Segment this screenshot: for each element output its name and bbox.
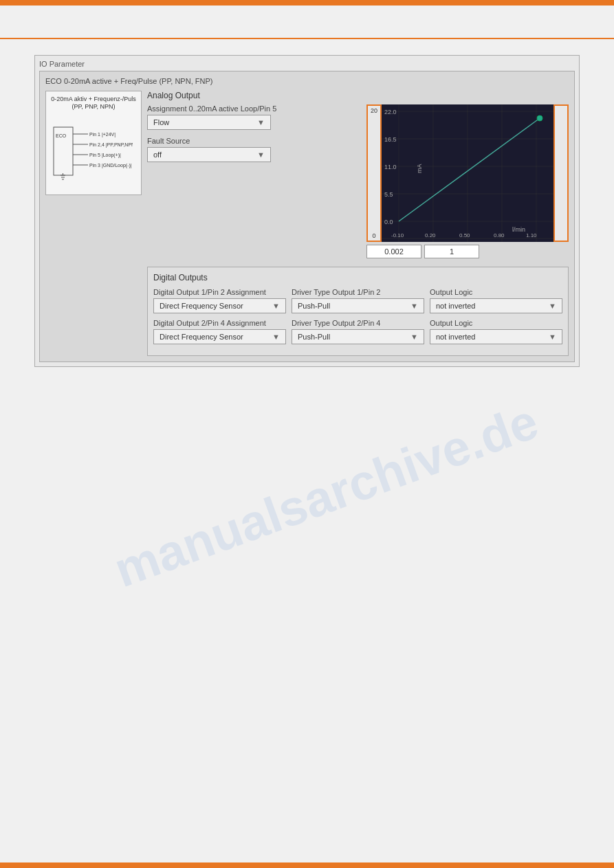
do2-assign-arrow: ▼ [272,333,280,341]
fault-source-field-group: Fault Source off ▼ [147,137,361,162]
eco-box: ECO 0-20mA active + Freq/Pulse (PP, NPN,… [39,71,575,362]
chart-value-1[interactable]: 0.002 [366,245,421,258]
digital-col-1-logic: Output Logic not inverted ▼ [430,288,562,313]
io-parameter-box: IO Parameter ECO 0-20mA active + Freq/Pu… [34,55,580,367]
digital-col-2-assignment: Digital Output 2/Pin 4 Assignment Direct… [153,319,286,344]
assignment-dropdown-arrow: ▼ [257,118,265,126]
chart-main: 22.0 16.5 11.0 5.5 0.0 -0.10 0.20 [382,104,553,242]
svg-text:1.10: 1.10 [526,232,537,238]
do2-driver-arrow: ▼ [410,333,418,341]
eco-content: 0-20mA aktiv + Frequenz-/Puls (PP, PNP, … [45,91,569,356]
y-axis-top-val: 20 [368,107,380,114]
analog-output-content: Assignment 0..20mA active Loop/Pin 5 Flo… [147,104,569,258]
circuit-diagram: ECO Pin 1 |+24V| Pin 2,4 |PP,PNP,NPN| Pi… [50,113,133,189]
digital-row-2: Digital Output 2/Pin 4 Assignment Direct… [153,319,562,344]
svg-point-39 [537,115,542,121]
digital-output2-driver-value: Push-Pull [298,333,330,341]
svg-text:22.0: 22.0 [384,109,397,115]
svg-text:Pin 5   |Loop(+)|: Pin 5 |Loop(+)| [89,153,121,158]
digital-output2-driver-dropdown[interactable]: Push-Pull ▼ [292,329,424,344]
fault-source-dropdown[interactable]: off ▼ [147,147,271,162]
chart-area: 20 0 [366,104,569,258]
digital-output1-assignment-label: Digital Output 1/Pin 2 Assignment [153,288,286,296]
top-orange-bar [0,0,614,5]
chart-value-2[interactable]: 1 [424,245,479,258]
analog-output-title: Analog Output [147,91,569,100]
digital-col-1-assignment: Digital Output 1/Pin 2 Assignment Direct… [153,288,286,313]
eco-title: ECO 0-20mA active + Freq/Pulse (PP, NPN,… [45,77,569,85]
bottom-orange-bar [0,863,614,868]
chart-svg: 22.0 16.5 11.0 5.5 0.0 -0.10 0.20 [382,104,553,242]
do1-logic-arrow: ▼ [549,302,556,310]
digital-output2-logic-dropdown[interactable]: not inverted ▼ [430,329,562,344]
digital-output1-driver-dropdown[interactable]: Push-Pull ▼ [292,298,424,313]
digital-output2-assignment-label: Digital Output 2/Pin 4 Assignment [153,319,286,327]
digital-outputs-box: Digital Outputs Digital Output 1/Pin 2 A… [147,267,569,356]
digital-output1-assignment-dropdown[interactable]: Direct Frequency Sensor ▼ [153,298,286,313]
fault-source-value: off [153,151,162,159]
io-parameter-title: IO Parameter [39,60,575,68]
svg-text:Pin 1   |+24V|: Pin 1 |+24V| [89,132,116,137]
digital-output2-assignment-value: Direct Frequency Sensor [160,333,243,341]
digital-outputs-title: Digital Outputs [153,273,562,282]
chart-y-axis-right [553,104,569,242]
svg-text:0.0: 0.0 [384,219,393,225]
chart-wrapper: 22.0 16.5 11.0 5.5 0.0 -0.10 0.20 [382,104,553,242]
right-panel: Analog Output Assignment 0..20mA active … [147,91,569,356]
svg-text:mA: mA [416,164,423,174]
digital-output1-logic-value: not inverted [436,302,475,310]
top-orange-line [0,38,614,39]
do1-assign-arrow: ▼ [272,302,280,310]
fault-source-dropdown-arrow: ▼ [257,151,265,159]
diagram-area: 0-20mA aktiv + Frequenz-/Puls (PP, PNP, … [45,91,142,356]
assignment-field-group: Assignment 0..20mA active Loop/Pin 5 Flo… [147,104,361,130]
digital-output1-driver-label: Driver Type Output 1/Pin 2 [292,288,424,296]
svg-text:11.0: 11.0 [384,164,397,170]
digital-output2-logic-value: not inverted [436,333,475,341]
svg-text:16.5: 16.5 [384,136,397,143]
digital-output1-assignment-value: Direct Frequency Sensor [160,302,243,310]
digital-col-2-logic: Output Logic not inverted ▼ [430,319,562,344]
chart-y-axis-left: 20 0 [366,104,382,242]
fault-source-label: Fault Source [147,137,361,145]
digital-output2-assignment-dropdown[interactable]: Direct Frequency Sensor ▼ [153,329,286,344]
analog-controls: Assignment 0..20mA active Loop/Pin 5 Flo… [147,104,361,169]
do2-logic-arrow: ▼ [549,333,556,341]
diagram-box: 0-20mA aktiv + Frequenz-/Puls (PP, PNP, … [45,91,142,195]
diagram-title: 0-20mA aktiv + Frequenz-/Puls (PP, PNP, … [50,96,137,111]
svg-text:Pin 3   |GND/Loop(-)|: Pin 3 |GND/Loop(-)| [89,163,132,168]
digital-output2-driver-label: Driver Type Output 2/Pin 4 [292,319,424,327]
chart-container: 20 0 [366,104,569,242]
digital-output1-driver-value: Push-Pull [298,302,330,310]
svg-text:-0.10: -0.10 [391,232,404,238]
chart-bottom-values: 0.002 1 [366,245,569,258]
watermark: manualsarchive.de [107,393,545,599]
digital-col-2-driver: Driver Type Output 2/Pin 4 Push-Pull ▼ [292,319,424,344]
digital-col-1-driver: Driver Type Output 1/Pin 2 Push-Pull ▼ [292,288,424,313]
svg-text:l/min: l/min [512,226,525,233]
assignment-dropdown[interactable]: Flow ▼ [147,115,271,130]
digital-output2-logic-label: Output Logic [430,319,562,327]
digital-row-1: Digital Output 1/Pin 2 Assignment Direct… [153,288,562,313]
svg-text:5.5: 5.5 [384,191,393,198]
svg-text:Pin 2,4 |PP,PNP,NPN|: Pin 2,4 |PP,PNP,NPN| [89,142,133,148]
do1-driver-arrow: ▼ [410,302,418,310]
svg-text:0.20: 0.20 [425,232,436,238]
y-axis-bottom-val: 0 [368,232,380,239]
main-content: IO Parameter ECO 0-20mA active + Freq/Pu… [34,55,580,367]
assignment-value: Flow [153,118,169,126]
assignment-label: Assignment 0..20mA active Loop/Pin 5 [147,104,361,113]
digital-output1-logic-label: Output Logic [430,288,562,296]
svg-text:0.50: 0.50 [459,232,470,238]
svg-text:ECO: ECO [56,133,67,138]
svg-text:0.80: 0.80 [494,232,505,238]
digital-output1-logic-dropdown[interactable]: not inverted ▼ [430,298,562,313]
